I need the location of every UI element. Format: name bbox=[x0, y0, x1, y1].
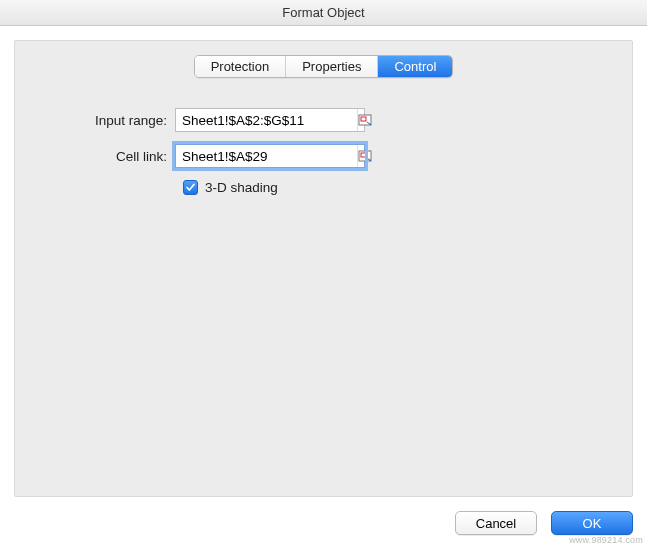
ok-button[interactable]: OK bbox=[551, 511, 633, 535]
segmented-control: Protection Properties Control bbox=[194, 55, 454, 78]
label-3d-shading: 3-D shading bbox=[205, 180, 278, 195]
control-form: Input range: Cell link: bbox=[15, 108, 632, 195]
watermark: www.989214.com bbox=[569, 535, 643, 545]
row-cell-link: Cell link: bbox=[55, 144, 632, 168]
tab-control[interactable]: Control bbox=[378, 56, 452, 77]
checkbox-3d-shading[interactable] bbox=[183, 180, 198, 195]
dialog-content: Protection Properties Control Input rang… bbox=[14, 40, 633, 497]
tab-properties[interactable]: Properties bbox=[286, 56, 378, 77]
titlebar: Format Object bbox=[0, 0, 647, 26]
range-picker-icon[interactable] bbox=[357, 145, 372, 167]
row-input-range: Input range: bbox=[55, 108, 632, 132]
dialog-footer: Cancel OK bbox=[455, 511, 633, 535]
input-range-field[interactable] bbox=[176, 113, 357, 128]
range-picker-icon[interactable] bbox=[357, 109, 372, 131]
tab-bar: Protection Properties Control bbox=[15, 55, 632, 78]
tab-protection[interactable]: Protection bbox=[195, 56, 287, 77]
window-title: Format Object bbox=[282, 5, 364, 20]
label-cell-link: Cell link: bbox=[55, 149, 175, 164]
label-input-range: Input range: bbox=[55, 113, 175, 128]
row-3d-shading: 3-D shading bbox=[183, 180, 632, 195]
input-range-field-wrap bbox=[175, 108, 365, 132]
cell-link-field-wrap bbox=[175, 144, 365, 168]
cancel-button[interactable]: Cancel bbox=[455, 511, 537, 535]
cell-link-field[interactable] bbox=[176, 149, 357, 164]
